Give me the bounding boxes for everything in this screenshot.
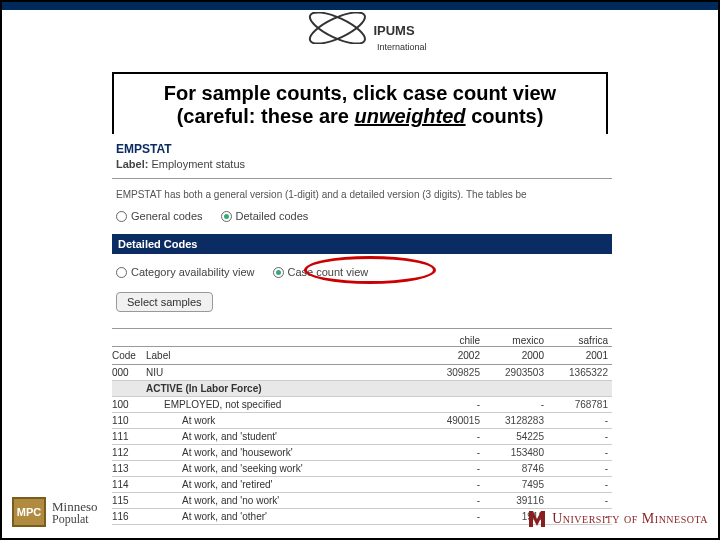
slide-title: For sample counts, click case count view… — [112, 72, 608, 142]
table-row: 111At work, and 'student'-54225- — [112, 429, 612, 445]
table-row: 112At work, and 'housework'-153480- — [112, 445, 612, 461]
table-row: 110At work4900153128283- — [112, 413, 612, 429]
sample-countries-row: chile mexico safrica — [112, 333, 612, 346]
slide: IPUMS International For sample counts, c… — [0, 0, 720, 540]
radio-category-availability-view[interactable]: Category availability view — [116, 266, 255, 278]
title-line-2: (careful: these are unweighted counts) — [126, 105, 594, 128]
select-samples-button[interactable]: Select samples — [116, 292, 213, 312]
divider — [112, 178, 612, 179]
mpc-logo: MPC Minneso Populat — [12, 494, 98, 530]
ipums-subtitle: International — [377, 42, 427, 52]
um-m-icon — [528, 510, 546, 528]
table-row: 100EMPLOYED, not specified--768781 — [112, 397, 612, 413]
radio-icon — [273, 267, 284, 278]
radio-detailed-codes[interactable]: Detailed codes — [221, 210, 309, 222]
radio-icon — [116, 211, 127, 222]
radio-case-count-view[interactable]: Case count view — [273, 266, 369, 278]
table-row: 114At work, and 'retired'-7495- — [112, 477, 612, 493]
ipums-name: IPUMS — [373, 23, 414, 38]
code-level-radios: General codes Detailed codes — [112, 206, 612, 232]
codes-table-body: 000NIU30982529035031365322ACTIVE (In Lab… — [112, 365, 612, 525]
variable-name: EMPSTAT — [112, 134, 612, 158]
mpc-badge-icon: MPC — [12, 497, 46, 527]
radio-general-codes[interactable]: General codes — [116, 210, 203, 222]
table-row: 113At work, and 'seeking work'-8746- — [112, 461, 612, 477]
section-band: Detailed Codes — [112, 234, 612, 254]
variable-description: EMPSTAT has both a general version (1-di… — [112, 183, 612, 206]
svg-point-1 — [306, 12, 369, 44]
divider — [112, 328, 612, 329]
table-row: 115At work, and 'no work'-39116- — [112, 493, 612, 509]
variable-label: Label: Employment status — [112, 158, 612, 174]
table-row: 000NIU30982529035031365322 — [112, 365, 612, 381]
table-row: ACTIVE (In Labor Force) — [112, 381, 612, 397]
view-radios: Category availability view Case count vi… — [112, 262, 612, 290]
top-accent-bar — [2, 2, 718, 10]
radio-icon — [221, 211, 232, 222]
embedded-screenshot: EMPSTAT Label: Employment status EMPSTAT… — [112, 134, 612, 534]
ipums-x-icon — [305, 12, 369, 48]
table-header: Code Label 2002 2000 2001 — [112, 346, 612, 365]
university-of-minnesota-logo: University of Minnesota — [528, 510, 708, 528]
ipums-logo: IPUMS International — [305, 12, 414, 48]
title-line-1: For sample counts, click case count view — [126, 82, 594, 105]
radio-icon — [116, 267, 127, 278]
